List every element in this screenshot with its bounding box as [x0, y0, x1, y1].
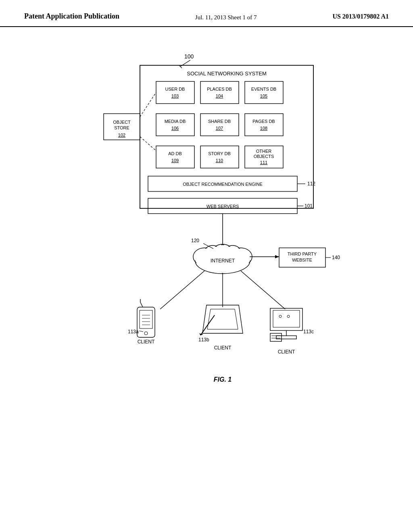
svg-text:110: 110 [216, 158, 223, 163]
svg-text:MEDIA DB: MEDIA DB [165, 119, 186, 124]
svg-rect-72 [137, 307, 155, 337]
svg-text:113b: 113b [198, 337, 209, 343]
svg-text:107: 107 [216, 126, 223, 131]
svg-line-17 [140, 137, 156, 151]
svg-text:EVENTS DB: EVENTS DB [251, 87, 276, 91]
sns-label: SOCIAL NETWORKING SYSTEM [187, 71, 266, 77]
svg-marker-68 [275, 255, 279, 258]
svg-text:STORE: STORE [114, 125, 129, 130]
label-100: 100 [184, 53, 194, 60]
svg-line-16 [140, 92, 156, 117]
page-header: Patent Application Publication Jul. 11, … [0, 0, 413, 27]
svg-text:102: 102 [118, 133, 125, 137]
svg-text:112: 112 [307, 181, 315, 187]
svg-line-86 [200, 315, 215, 335]
svg-rect-96 [270, 333, 282, 341]
svg-text:101: 101 [305, 203, 313, 209]
svg-text:PLACES DB: PLACES DB [207, 87, 232, 91]
publication-label: Patent Application Publication [24, 11, 119, 21]
svg-text:USER DB: USER DB [165, 87, 185, 91]
svg-text:WEB SERVERS: WEB SERVERS [206, 204, 239, 209]
svg-text:113c: 113c [303, 329, 314, 335]
svg-text:PAGES DB: PAGES DB [252, 119, 275, 124]
svg-text:AD DB: AD DB [168, 151, 182, 156]
svg-text:OBJECT: OBJECT [113, 120, 131, 125]
svg-line-82 [139, 331, 143, 332]
svg-text:OBJECTS: OBJECTS [254, 154, 274, 159]
svg-text:111: 111 [260, 160, 267, 165]
svg-text:CLIENT: CLIENT [214, 345, 232, 351]
svg-text:STORY DB: STORY DB [208, 151, 231, 156]
svg-text:SHARE DB: SHARE DB [208, 119, 231, 124]
svg-text:INTERNET: INTERNET [211, 258, 235, 264]
svg-line-71 [241, 271, 285, 309]
svg-text:140: 140 [332, 255, 340, 260]
svg-text:104: 104 [216, 94, 223, 98]
svg-text:OBJECT RECOMMENDATION ENGINE: OBJECT RECOMMENDATION ENGINE [183, 182, 263, 187]
svg-text:105: 105 [260, 94, 267, 98]
svg-rect-21 [200, 114, 239, 136]
svg-point-58 [215, 245, 231, 255]
svg-line-69 [160, 271, 204, 309]
svg-line-75 [140, 302, 143, 307]
svg-rect-6 [200, 81, 239, 104]
svg-rect-95 [276, 336, 296, 339]
svg-point-74 [144, 332, 148, 335]
svg-rect-73 [140, 310, 152, 328]
svg-text:CLIENT: CLIENT [278, 349, 295, 355]
svg-text:FIG. 1: FIG. 1 [214, 376, 232, 383]
svg-text:109: 109 [171, 158, 179, 163]
svg-rect-24 [245, 114, 283, 136]
svg-text:WEBSITE: WEBSITE [292, 258, 312, 262]
svg-rect-18 [156, 114, 194, 136]
svg-point-93 [287, 315, 290, 318]
svg-text:103: 103 [171, 94, 179, 98]
svg-text:108: 108 [260, 126, 267, 131]
svg-text:OTHER: OTHER [256, 149, 272, 154]
svg-rect-9 [245, 81, 283, 104]
svg-rect-27 [156, 146, 194, 168]
svg-text:CLIENT: CLIENT [138, 339, 155, 345]
svg-text:106: 106 [171, 126, 179, 131]
date-sheet-label: Jul. 11, 2013 Sheet 1 of 7 [195, 11, 257, 22]
svg-text:120: 120 [191, 238, 199, 243]
svg-rect-3 [156, 81, 194, 104]
svg-text:113a: 113a [128, 329, 139, 335]
svg-rect-91 [273, 310, 300, 327]
diagram-area: 100 SOCIAL NETWORKING SYSTEM USER DB 103… [0, 27, 413, 438]
svg-rect-30 [200, 146, 239, 168]
svg-text:THIRD PARTY: THIRD PARTY [288, 251, 317, 256]
svg-point-92 [279, 315, 282, 318]
patent-number-label: US 2013/0179802 A1 [332, 11, 389, 20]
patent-diagram: 100 SOCIAL NETWORKING SYSTEM USER DB 103… [65, 43, 348, 438]
